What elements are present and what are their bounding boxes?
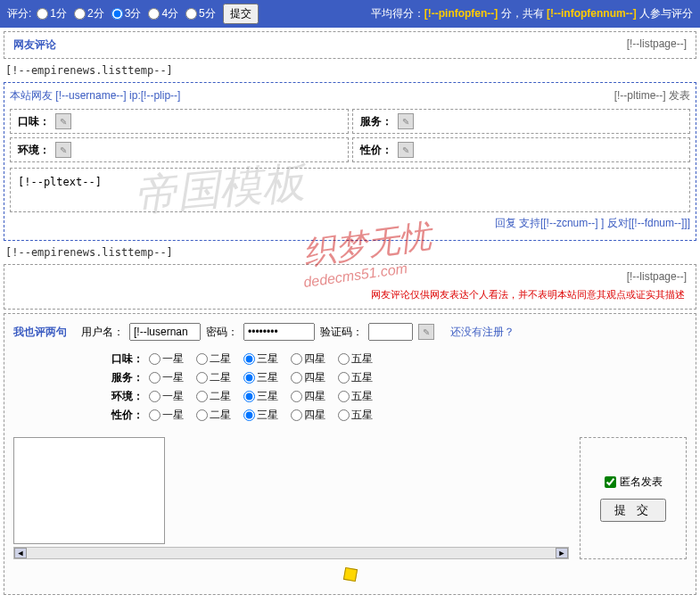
env-3[interactable]: 三星	[243, 389, 278, 404]
comment-ratings-grid: 口味： 服务： 环境： 性价：	[10, 109, 690, 162]
rating-opt-1[interactable]: 1分	[37, 6, 67, 21]
service-4[interactable]: 四星	[291, 370, 325, 385]
password-input[interactable]	[243, 323, 315, 341]
star-icon	[398, 142, 414, 158]
listpage-bottom: [!--listpage--]	[627, 270, 687, 283]
username-label: 用户名：	[81, 325, 124, 340]
submit-rating-button[interactable]: 提交	[223, 4, 259, 24]
rating-opt-3[interactable]: 3分	[111, 6, 142, 21]
rating-service: 服务：	[352, 109, 691, 134]
comment-actions: 回复 支持[[!--zcnum--] ] 反对[[!--fdnum--]]]	[10, 212, 690, 235]
captcha-image-icon[interactable]	[418, 324, 434, 340]
password-label: 密码：	[206, 325, 238, 340]
average-score-text: 平均得分：[!--pinfopfen--] 分，共有 [!--infopfenn…	[371, 6, 693, 21]
env-4[interactable]: 四星	[291, 389, 325, 404]
taste-1[interactable]: 一星	[149, 351, 184, 367]
reply-title: 我也评两句	[13, 325, 67, 340]
service-2[interactable]: 二星	[196, 370, 231, 385]
listpage-bottom-section: [!--listpage--] 网友评论仅供网友表达个人看法，并不表明本站同意其…	[4, 264, 696, 310]
star-row-taste: 口味： 一星 二星 三星 四星 五星	[99, 351, 690, 367]
reply-link[interactable]: 回复	[495, 217, 516, 229]
scroll-right-icon[interactable]: ►	[556, 548, 568, 558]
top-rating-bar: 评分: 1分 2分 3分 4分 5分 提交 平均得分：[!--pinfopfen…	[0, 0, 700, 28]
star-ratings-block: 口味： 一星 二星 三星 四星 五星 服务： 一星 二星 三星 四星 五星 环境…	[10, 344, 690, 434]
listpage-top: [!--listpage--]	[627, 37, 687, 53]
comment-text: [!--pltext--]	[10, 168, 690, 212]
price-3[interactable]: 三星	[243, 408, 278, 423]
captcha-input[interactable]	[368, 323, 413, 341]
textarea-scrollbar[interactable]: ◄ ►	[13, 547, 569, 559]
taste-2[interactable]: 二星	[196, 351, 231, 367]
rating-label: 评分:	[7, 6, 31, 21]
anonymous-checkbox[interactable]: 匿名发表	[605, 475, 663, 490]
scroll-left-icon[interactable]: ◄	[14, 548, 27, 558]
captcha-label: 验证码：	[320, 325, 363, 340]
taste-4[interactable]: 四星	[291, 351, 325, 367]
oppose-link[interactable]: ] 反对[[!--fdnum--]]]	[601, 217, 690, 229]
rating-opt-5[interactable]: 5分	[185, 6, 216, 21]
rating-price: 性价：	[352, 137, 691, 162]
service-1[interactable]: 一星	[149, 370, 184, 385]
username-input[interactable]	[129, 323, 201, 341]
comment-time: [!--pltime--] 发表	[614, 88, 690, 103]
env-1[interactable]: 一星	[149, 389, 184, 404]
comment-textarea[interactable]	[13, 437, 165, 544]
rating-taste: 口味：	[10, 109, 349, 134]
service-5[interactable]: 五星	[338, 370, 373, 385]
comment-user-info: 本站网友 [!--username--] ip:[!--plip--]	[10, 88, 180, 103]
rating-options: 1分 2分 3分 4分 5分	[37, 6, 215, 21]
comments-title: 网友评论	[13, 37, 56, 53]
price-1[interactable]: 一星	[149, 408, 184, 423]
price-2[interactable]: 二星	[196, 408, 231, 423]
listtemp-start: [!--empirenews.listtemp--]	[0, 62, 700, 78]
rating-opt-4[interactable]: 4分	[148, 6, 178, 21]
star-icon	[398, 113, 414, 129]
env-2[interactable]: 二星	[196, 389, 231, 404]
star-row-price: 性价： 一星 二星 三星 四星 五星	[99, 408, 690, 423]
env-5[interactable]: 五星	[338, 389, 373, 404]
star-icon	[55, 142, 71, 158]
comments-section: 网友评论 [!--listpage--]	[4, 31, 696, 59]
rating-env: 环境：	[10, 137, 349, 162]
reply-header: 我也评两句 用户名： 密码： 验证码： 还没有注册？	[10, 319, 690, 344]
comment-item: 本站网友 [!--username--] ip:[!--plip--] [!--…	[4, 82, 696, 241]
service-3[interactable]: 三星	[243, 370, 278, 385]
star-row-env: 环境： 一星 二星 三星 四星 五星	[99, 389, 690, 404]
star-row-service: 服务： 一星 二星 三星 四星 五星	[99, 370, 690, 385]
price-5[interactable]: 五星	[338, 408, 373, 423]
submit-comment-button[interactable]: 提 交	[600, 499, 666, 522]
reply-sidebar: 匿名发表 提 交	[580, 437, 687, 559]
rating-opt-2[interactable]: 2分	[74, 6, 104, 21]
disclaimer-text: 网友评论仅供网友表达个人看法，并不表明本站同意其观点或证实其描述	[8, 285, 692, 305]
taste-5[interactable]: 五星	[338, 351, 373, 367]
star-icon	[55, 113, 71, 129]
register-link[interactable]: 还没有注册？	[450, 325, 515, 340]
footer-emoji-icon[interactable]	[10, 563, 690, 589]
reply-section: 我也评两句 用户名： 密码： 验证码： 还没有注册？ 口味： 一星 二星 三星 …	[4, 313, 696, 595]
support-link[interactable]: 支持[[!--zcnum--]	[519, 217, 598, 229]
taste-3[interactable]: 三星	[243, 351, 278, 367]
listtemp-end: [!--empirenews.listtemp--]	[0, 244, 700, 260]
price-4[interactable]: 四星	[291, 408, 325, 423]
